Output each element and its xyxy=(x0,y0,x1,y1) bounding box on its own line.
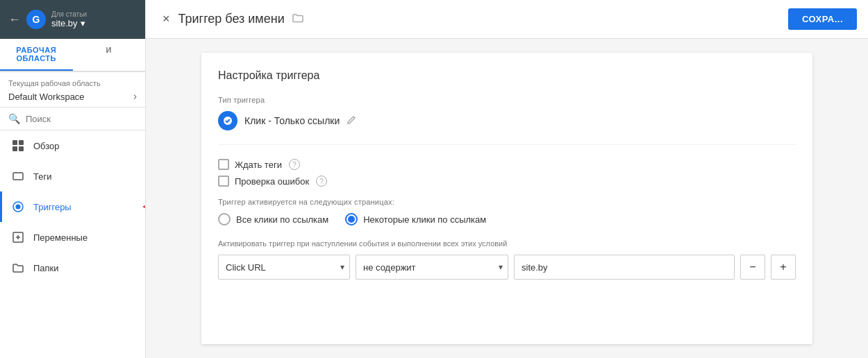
svg-rect-3 xyxy=(19,146,24,151)
check-errors-checkbox[interactable] xyxy=(218,176,229,187)
account-title[interactable]: site.by ▾ xyxy=(51,18,137,28)
svg-rect-1 xyxy=(19,140,24,145)
nav-items: Обзор Теги Триггеры Переменные xyxy=(0,130,145,358)
trigger-title: Триггер без имени xyxy=(178,12,780,27)
remove-condition-button[interactable]: − xyxy=(740,255,765,280)
variables-icon xyxy=(11,230,25,244)
account-name: site.by xyxy=(51,18,78,28)
sidebar-item-variables[interactable]: Переменные xyxy=(0,222,145,253)
sidebar-tabs: РАБОЧАЯ ОБЛАСТЬ И xyxy=(0,39,145,72)
trigger-type-name: Клик - Только ссылки xyxy=(244,115,340,126)
sidebar-item-tags[interactable]: Теги xyxy=(0,161,145,191)
add-condition-button[interactable]: + xyxy=(771,255,796,280)
trigger-type-label: Тип триггера xyxy=(218,96,796,104)
radio-all-circle xyxy=(218,213,231,225)
workspace-selector[interactable]: Default Workspace › xyxy=(8,90,137,103)
condition-value-input[interactable] xyxy=(514,255,735,280)
svg-marker-7 xyxy=(142,198,145,215)
sidebar-item-label: Теги xyxy=(33,171,51,182)
save-button[interactable]: СОХРА... xyxy=(788,8,857,30)
panel-area: Настройка триггера Тип триггера Клик - Т… xyxy=(146,39,868,358)
close-button[interactable]: × xyxy=(162,12,170,26)
sidebar-item-label: Переменные xyxy=(33,232,87,243)
account-dropdown-icon: ▾ xyxy=(81,18,85,28)
radio-some-clicks[interactable]: Некоторые клики по ссылкам xyxy=(345,213,486,225)
tab-workspace[interactable]: РАБОЧАЯ ОБЛАСТЬ xyxy=(0,39,73,71)
trigger-type-row: Клик - Только ссылки xyxy=(218,111,796,145)
tab-other[interactable]: И xyxy=(73,39,146,71)
close-icon: × xyxy=(162,12,170,26)
account-info: Для статьи site.by ▾ xyxy=(51,10,137,28)
condition-operator-wrapper: не содержит содержит равно не равно соот… xyxy=(356,255,508,280)
sidebar-item-overview[interactable]: Обзор xyxy=(0,130,145,161)
edit-trigger-type-icon[interactable] xyxy=(347,115,356,127)
checkboxes-section: Ждать теги ? Проверка ошибок ? xyxy=(218,159,796,187)
check-errors-help-icon[interactable]: ? xyxy=(316,176,327,187)
search-icon: 🔍 xyxy=(8,113,20,124)
back-button[interactable]: ← xyxy=(8,12,21,27)
checkbox-wait-tags: Ждать теги ? xyxy=(218,159,796,170)
sidebar-item-label: Обзор xyxy=(33,141,60,151)
trigger-config-panel: Настройка триггера Тип триггера Клик - Т… xyxy=(201,53,812,344)
triggers-icon xyxy=(11,200,25,214)
radio-all-clicks[interactable]: Все клики по ссылкам xyxy=(218,213,328,225)
folders-icon xyxy=(11,261,25,275)
red-arrow-icon xyxy=(142,198,145,215)
search-input[interactable] xyxy=(26,114,137,124)
radio-all-label: Все клики по ссылкам xyxy=(236,214,328,225)
svg-point-6 xyxy=(16,205,21,210)
panel-title: Настройка триггера xyxy=(218,69,796,82)
workspace-name: Default Workspace xyxy=(8,92,85,102)
svg-rect-4 xyxy=(13,173,23,180)
radio-some-label: Некоторые клики по ссылкам xyxy=(363,214,486,225)
wait-tags-label: Ждать теги xyxy=(235,160,282,170)
back-icon: ← xyxy=(8,12,21,27)
main-content: × Триггер без имени СОХРА... Настройка т… xyxy=(146,0,868,358)
sidebar: ← G Для статьи site.by ▾ РАБОЧАЯ ОБЛАСТЬ… xyxy=(0,0,146,358)
workspace-label: Текущая рабочая область xyxy=(8,79,137,87)
overview-icon xyxy=(11,139,25,153)
condition-field-wrapper: Click URL Click Text Click Element Click… xyxy=(218,255,350,280)
account-subtitle: Для статьи xyxy=(51,10,137,18)
check-errors-label: Проверка ошибок xyxy=(235,176,309,187)
trigger-type-icon xyxy=(218,111,237,130)
condition-row: Click URL Click Text Click Element Click… xyxy=(218,255,796,280)
search-box: 🔍 xyxy=(0,108,145,130)
workspace-chevron-icon: › xyxy=(133,90,137,103)
radio-group: Все клики по ссылкам Некоторые клики по … xyxy=(218,213,796,225)
radio-some-circle xyxy=(345,213,358,225)
sidebar-item-folders[interactable]: Папки xyxy=(0,253,145,283)
condition-label: Активировать триггер при наступлении соб… xyxy=(218,239,796,248)
condition-operator-select[interactable]: не содержит содержит равно не равно соот… xyxy=(356,255,508,280)
condition-field-select[interactable]: Click URL Click Text Click Element Click… xyxy=(218,255,350,280)
page-title: Триггер без имени xyxy=(178,12,285,26)
tags-icon xyxy=(11,169,25,183)
wait-tags-checkbox[interactable] xyxy=(218,159,229,170)
sidebar-header: ← G Для статьи site.by ▾ xyxy=(0,0,145,39)
folder-icon[interactable] xyxy=(292,12,304,27)
sidebar-item-label: Папки xyxy=(33,263,59,273)
svg-rect-2 xyxy=(12,146,17,151)
fires-label: Триггер активируется на следующих страни… xyxy=(218,198,796,206)
workspace-section: Текущая рабочая область Default Workspac… xyxy=(0,72,145,108)
wait-tags-help-icon[interactable]: ? xyxy=(289,159,300,170)
topbar: × Триггер без имени СОХРА... xyxy=(146,0,868,39)
sidebar-item-label: Триггеры xyxy=(33,202,72,212)
sidebar-item-triggers[interactable]: Триггеры xyxy=(0,191,145,222)
checkbox-check-errors: Проверка ошибок ? xyxy=(218,176,796,187)
app-logo: G xyxy=(26,10,46,29)
svg-rect-0 xyxy=(12,140,17,145)
